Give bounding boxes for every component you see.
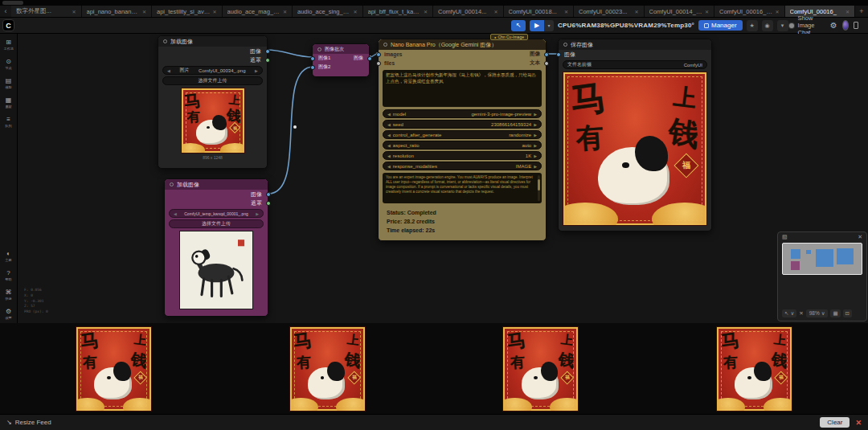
sidebar-item-assets[interactable]: ▦素材 — [5, 96, 12, 109]
feed-image-4[interactable]: 马上 有钱 福 — [716, 326, 792, 412]
window-controls[interactable] — [2, 1, 23, 5]
prev-arrow-icon[interactable]: ◀ — [167, 68, 170, 73]
favorites-button[interactable]: ★ — [747, 20, 758, 31]
tab-workflow-5[interactable]: audio_ace_sing_1.5...✕ — [293, 6, 363, 17]
close-icon[interactable]: ✕ — [705, 9, 709, 14]
tab-workflow-1[interactable]: 数字外星图...✕ — [11, 6, 82, 17]
image-chat-toggle[interactable]: Show Image Chat — [788, 14, 825, 36]
upload-button[interactable]: 选择文件上传 — [162, 76, 263, 85]
tab-back-icon[interactable]: ‹ — [0, 6, 11, 17]
run-queue-button[interactable]: ▶ — [530, 20, 544, 31]
tab-workflow-6[interactable]: api_bff_flux_t_kann...✕ — [363, 6, 434, 17]
close-icon[interactable]: ✕ — [72, 9, 76, 14]
prompt-textarea[interactable]: 把宣纸上这匹马设计创作为新年海报《马上有钱》，保持水墨质感，只给马匹上点色，背景… — [383, 70, 542, 107]
sidebar-item-queue[interactable]: ≡队列 — [5, 116, 12, 128]
image-file-widget[interactable]: ◀ ComfyUI_temp_kwxqd_00001_.png ▶ — [169, 209, 264, 218]
resolution-widget[interactable]: ◀resolution1K▶ — [383, 151, 542, 160]
ink-horse-preview[interactable] — [179, 231, 253, 309]
node-image-batch[interactable]: 图像批次 图像1 图像 图像2 — [312, 43, 370, 77]
close-icon[interactable]: ✕ — [353, 9, 357, 14]
port-files-input[interactable] — [376, 61, 381, 66]
toggle-fullscreen-button[interactable]: ⊡ — [843, 309, 852, 317]
minimap-pin-icon[interactable]: ▧ — [782, 234, 788, 240]
manager-button[interactable]: Manager — [698, 20, 743, 31]
run-options-dropdown[interactable]: ▾ — [544, 20, 554, 31]
port-image-output[interactable] — [265, 49, 270, 54]
input-image-preview[interactable]: 马上 有钱 福 — [181, 88, 245, 154]
port-text-output[interactable] — [544, 61, 549, 66]
node-nano-banana-pro[interactable]: Nano Banana Pro（Google Gemini 图像） images… — [378, 39, 547, 241]
more-dropdown-button[interactable]: ▾ — [777, 20, 788, 31]
sidebar-item-nodes[interactable]: ⊙节点 — [5, 58, 12, 70]
port-image-output[interactable] — [367, 56, 372, 61]
fullscreen-icon[interactable] — [854, 22, 858, 29]
port-image-output[interactable] — [544, 52, 549, 57]
pointer-mode-button[interactable]: ↖∨ — [782, 309, 796, 317]
close-icon[interactable]: ✕ — [212, 9, 216, 14]
sidebar-item-theme[interactable]: ◐主题 — [5, 250, 12, 262]
close-icon[interactable]: ✕ — [424, 9, 428, 14]
aspect-ratio-widget[interactable]: ◀aspect_ratioauto▶ — [383, 141, 542, 149]
close-icon[interactable]: ✕ — [775, 9, 779, 14]
minimap-view[interactable] — [782, 243, 862, 275]
next-arrow-icon[interactable]: ▶ — [255, 68, 258, 73]
collapse-icon[interactable] — [170, 182, 174, 186]
zoom-level-dropdown[interactable]: 98%∨ — [806, 309, 829, 317]
seed-widget[interactable]: ◀seed230866164159324▶ — [383, 120, 542, 129]
close-icon[interactable]: ✕ — [142, 9, 146, 14]
close-feed-icon[interactable]: ✕ — [855, 419, 862, 427]
feed-image-1[interactable]: 马上 有钱 福 — [76, 326, 152, 412]
collapse-icon[interactable] — [563, 43, 567, 47]
feed-image-3[interactable]: 马上 有钱 福 — [502, 326, 579, 412]
node-load-image-top[interactable]: 加载图像 图像 遮罩 ◀ 图片 ComfyUI_00034_.png ▶ 选择文… — [158, 35, 268, 169]
sidebar-item-settings[interactable]: ⚙设置 — [5, 308, 12, 320]
model-widget[interactable]: ◀modelgemini-3-pro-image-preview▶ — [383, 109, 542, 118]
collapse-icon[interactable] — [163, 39, 167, 43]
sidebar-item-workflows[interactable]: ⊞工作流 — [3, 39, 14, 51]
port-mask-output[interactable] — [266, 201, 271, 206]
port-images-input[interactable] — [376, 52, 381, 57]
node-graph-canvas[interactable]: 加载图像 图像 遮罩 ◀ 图片 ComfyUI_00034_.png ▶ 选择文… — [18, 34, 868, 323]
control-after-generate-widget[interactable]: ◀control_after_generaterandomize▶ — [383, 130, 542, 139]
output-image-preview[interactable]: 马上 有钱 福 — [563, 72, 707, 226]
port-image-input[interactable] — [556, 52, 561, 57]
collapse-icon[interactable] — [383, 43, 387, 47]
filename-prefix-widget[interactable]: 文件名前缀 ComfyUI — [563, 60, 707, 69]
close-icon[interactable]: ✕ — [845, 9, 850, 14]
image-file-widget[interactable]: ◀ 图片 ComfyUI_00034_.png ▶ — [162, 66, 263, 75]
feed-image-2[interactable]: 马上 有钱 福 — [289, 326, 366, 412]
clear-feed-button[interactable]: Clear — [820, 417, 850, 428]
tab-workflow-2[interactable]: api_nano_banana_pro✕ — [82, 6, 153, 17]
settings-gear-icon[interactable]: ⚙ — [830, 21, 837, 30]
user-avatar[interactable] — [842, 20, 850, 31]
resize-feed-button[interactable]: ↘ Resize Feed — [6, 419, 51, 426]
node-save-image[interactable]: 保存图像 图像 文件名前缀 ComfyUI 马上 有钱 福 — [558, 39, 712, 231]
tab-workflow-3[interactable]: api_testility_si_avid...✕ — [152, 6, 223, 17]
minimap-close-icon[interactable]: ✕ — [858, 234, 862, 240]
sidebar-item-shortcuts[interactable]: ⌘快捷 — [5, 289, 12, 301]
system-prompt-textarea[interactable]: You are an expert image-generation engin… — [383, 173, 542, 203]
node-load-image-bottom[interactable]: 加载图像 图像 遮罩 ◀ ComfyUI_temp_kwxqd_00001_.p… — [164, 178, 268, 317]
scrollbar[interactable] — [538, 175, 540, 201]
upload-button[interactable]: 选择文件上传 — [169, 219, 264, 228]
port-image1-input[interactable] — [310, 56, 315, 61]
comfyui-logo[interactable]: C — [2, 19, 14, 31]
account-button[interactable]: ◉ — [762, 20, 773, 31]
run-button[interactable]: ↖ — [511, 20, 526, 31]
port-image-output[interactable] — [266, 192, 271, 197]
tab-workflow-9[interactable]: ComfyUI_00023...✕ — [574, 6, 645, 17]
collapse-icon[interactable] — [317, 47, 321, 51]
sidebar-item-help[interactable]: ?帮助 — [5, 269, 12, 281]
close-icon[interactable]: ✕ — [493, 9, 497, 14]
close-icon[interactable]: ✕ — [283, 9, 287, 14]
response-modalities-widget[interactable]: ◀response_modalitiesIMAGE▶ — [383, 162, 542, 170]
close-icon[interactable]: ✕ — [564, 9, 568, 14]
port-mask-output[interactable] — [265, 58, 270, 63]
port-image2-input[interactable] — [310, 65, 315, 70]
fit-view-button[interactable]: ✕ — [799, 310, 803, 317]
toggle-grid-button[interactable]: ▦ — [830, 309, 840, 317]
tab-workflow-4[interactable]: audio_ace_mag_1_5...✕ — [223, 6, 293, 17]
sidebar-item-models[interactable]: ▤模型 — [5, 77, 12, 89]
tab-workflow-8[interactable]: ComfyUI_00018...✕ — [504, 6, 575, 17]
close-icon[interactable]: ✕ — [634, 9, 638, 14]
